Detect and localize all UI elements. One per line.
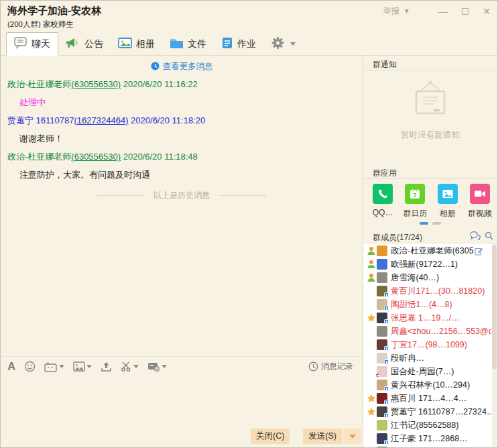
member-role-person-icon: [367, 273, 376, 282]
clock-icon: [151, 62, 160, 72]
send-button[interactable]: 发送(S): [303, 429, 342, 444]
magic-expression-button[interactable]: [44, 361, 64, 372]
dropdown-icon: [133, 365, 139, 368]
sender-uin-link[interactable]: (630556530): [71, 79, 121, 89]
member-avatar: [377, 420, 387, 431]
app-calendar[interactable]: 7 群日历: [399, 184, 431, 219]
sender-uin-link[interactable]: (1627324464): [74, 115, 129, 125]
member-role-slot: [365, 245, 377, 256]
member-name: 江书记(85562588): [391, 420, 458, 431]
message-time: 2020/6/20 11:16:22: [123, 79, 198, 89]
group-notice-header: 群通知: [363, 56, 497, 70]
close-window-button[interactable]: ✕: [483, 7, 491, 16]
screenshot-button[interactable]: [121, 361, 139, 372]
member-row[interactable]: 周鑫<zhou…2156…553@q…: [363, 325, 491, 338]
app-group-video[interactable]: 群视频: [464, 184, 496, 219]
member-star-icon: [367, 313, 376, 323]
input-toolbar: A 消息记录: [1, 356, 363, 376]
mobile-online-badge: [384, 440, 389, 445]
qq-group-chat-window: 海外学子加油-安农林 (200人群) 家校师生 举报 ▼ — ☐ ✕ 聊天 公告…: [0, 0, 498, 448]
message-history-button[interactable]: 消息记录: [308, 361, 356, 372]
sidebar: 群通知 暂时没有新通知 群应用 QQ… 7: [363, 56, 497, 447]
member-name: 黄百川171…(30…81820): [391, 286, 485, 297]
app-qq-call[interactable]: QQ…: [367, 184, 399, 219]
member-row[interactable]: 黄兴召林学(10…294): [363, 378, 491, 392]
search-icon[interactable]: [485, 231, 493, 240]
member-row[interactable]: 贾蕙宁 16110787…27324…: [363, 405, 491, 418]
chevron-down-icon: [349, 435, 356, 439]
member-edit-icon[interactable]: [475, 247, 483, 256]
message-sender-line: 贾蕙宁 16110787(1627324464) 2020/6/20 11:18…: [7, 115, 363, 127]
message-text: 注意防护，大家。有问题及时沟通: [19, 169, 363, 181]
emoji-button[interactable]: [24, 361, 36, 372]
tab-bar: 聊天 公告 相册 文件 作业: [1, 32, 497, 56]
tab-chat[interactable]: 聊天: [6, 32, 58, 56]
sender-name: 政治-杜亚娜老师: [7, 152, 71, 162]
member-row[interactable]: 江书记(85562588): [363, 418, 491, 432]
view-more-messages-link[interactable]: 查看更多消息: [1, 61, 363, 72]
member-avatar: [377, 259, 387, 270]
message-sender-line: 政治-杜亚娜老师(630556530) 2020/6/20 11:16:22: [7, 78, 363, 91]
anti-spam-button[interactable]: [147, 361, 167, 372]
video-camera-icon: [470, 184, 490, 204]
scissors-icon: [121, 361, 132, 372]
do-not-disturb-badge: [375, 373, 380, 378]
group-title: 海外学子加油-安农林: [7, 5, 101, 17]
settings-dropdown-icon: [290, 42, 296, 46]
app-album[interactable]: 相册: [432, 184, 464, 219]
member-list-scrollbar[interactable]: [492, 243, 497, 447]
member-row[interactable]: 黄百川171…(30…81820): [363, 284, 491, 298]
page-dot[interactable]: [432, 222, 441, 225]
group-chat-icon[interactable]: [470, 231, 481, 240]
maximize-button[interactable]: ☐: [461, 7, 470, 16]
megaphone-icon: [66, 37, 80, 51]
page-dot-active[interactable]: [420, 222, 428, 225]
member-role-slot: [365, 433, 377, 444]
folder-icon: [170, 38, 184, 51]
member-name: 张思嘉 1…19…/…: [391, 313, 460, 324]
close-button[interactable]: 关闭(C): [251, 429, 290, 444]
member-row[interactable]: 唐雪海(40…): [363, 271, 491, 284]
member-star-icon: [367, 394, 376, 403]
notice-board-icon: [406, 80, 454, 120]
member-avatar: [377, 393, 387, 404]
tab-announcement[interactable]: 公告: [58, 33, 111, 55]
member-row[interactable]: 国合处-周园(7…): [363, 365, 491, 378]
mobile-online-badge: [384, 319, 389, 324]
member-row[interactable]: 段昕冉…: [363, 351, 491, 365]
message-input[interactable]: [1, 376, 363, 427]
upload-icon: [101, 361, 112, 372]
member-name: 唐雪海(40…): [391, 272, 439, 284]
report-dropdown-icon[interactable]: ▼: [403, 7, 410, 15]
member-row[interactable]: 张思嘉 1…19…/…: [363, 311, 491, 325]
settings-menu-button[interactable]: [263, 33, 303, 55]
member-avatar: [377, 380, 387, 390]
member-row[interactable]: 丁宜17…(98…1099): [363, 338, 491, 351]
member-row[interactable]: 江子豪 171…2868…: [363, 432, 491, 445]
member-avatar: [377, 245, 387, 256]
send-image-button[interactable]: [73, 361, 92, 372]
dropdown-icon: [59, 365, 64, 368]
member-row[interactable]: 政治-杜亚娜老师(6305…: [363, 244, 491, 258]
member-avatar: [377, 433, 387, 444]
send-options-button[interactable]: [343, 429, 361, 444]
font-button[interactable]: A: [7, 361, 15, 372]
divider-line: [97, 195, 144, 196]
scrollbar-thumb[interactable]: [492, 245, 497, 369]
mobile-online-badge: [384, 292, 389, 297]
minimize-button[interactable]: —: [438, 7, 448, 16]
member-row[interactable]: 欧强新(91722…1): [363, 258, 491, 271]
report-button[interactable]: 举报: [383, 5, 399, 17]
tab-homework[interactable]: 作业: [214, 33, 263, 55]
member-avatar: [377, 447, 387, 447]
phone-icon: [373, 184, 393, 204]
member-row[interactable]: 陶甜恬1…(4…8): [363, 298, 491, 311]
member-avatar: [377, 406, 387, 417]
sender-uin-link[interactable]: (630556530): [71, 152, 121, 162]
send-file-button[interactable]: [101, 361, 112, 372]
tab-files[interactable]: 文件: [162, 33, 214, 55]
tab-album[interactable]: 相册: [111, 33, 162, 55]
member-avatar: [377, 339, 387, 350]
member-row[interactable]: [363, 445, 491, 447]
member-row[interactable]: 惠百川 171…4…4…: [363, 392, 491, 405]
